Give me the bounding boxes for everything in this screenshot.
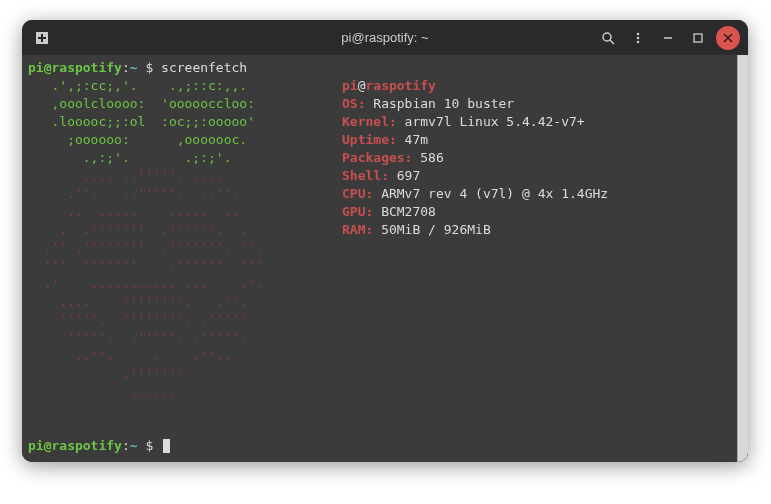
svg-point-3 xyxy=(603,33,611,41)
info-host: raspotify xyxy=(365,78,435,93)
prompt-line-2: pi@raspotify:~ $ xyxy=(28,437,170,455)
kernel-value: armv7l Linux 5.4.42-v7+ xyxy=(397,114,585,129)
terminal-area: pi@raspotify:~ $ screenfetch .',;:cc;,'.… xyxy=(22,55,748,462)
prompt-path: ~ xyxy=(130,60,138,75)
scrollbar[interactable] xyxy=(737,55,748,462)
kernel-label: Kernel: xyxy=(342,114,397,129)
ascii-art: .',;:cc;,'. .,;::c:,,. ,ooolcloooo: 'ooo… xyxy=(28,77,271,401)
shell-label: Shell: xyxy=(342,168,389,183)
ram-value: 50MiB / 926MiB xyxy=(373,222,490,237)
cursor xyxy=(163,439,170,453)
cpu-label: CPU: xyxy=(342,186,373,201)
svg-point-6 xyxy=(637,36,640,39)
svg-point-5 xyxy=(637,32,640,35)
shell-value: 697 xyxy=(389,168,420,183)
info-user: pi xyxy=(342,78,358,93)
prompt-user: pi xyxy=(28,60,44,75)
minimize-button[interactable] xyxy=(656,26,680,50)
svg-rect-9 xyxy=(694,34,702,42)
system-info: pi@raspotifyOS: Raspbian 10 busterKernel… xyxy=(342,77,608,239)
svg-rect-2 xyxy=(38,37,46,39)
terminal-content[interactable]: pi@raspotify:~ $ screenfetch .',;:cc;,'.… xyxy=(22,55,737,462)
terminal-window: pi@raspotify: ~ pi@raspotify:~ $ screenf… xyxy=(22,20,748,462)
close-button[interactable] xyxy=(716,26,740,50)
svg-point-7 xyxy=(637,40,640,43)
os-label: OS: xyxy=(342,96,365,111)
new-tab-icon[interactable] xyxy=(30,26,54,50)
packages-value: 586 xyxy=(412,150,443,165)
titlebar: pi@raspotify: ~ xyxy=(22,20,748,55)
svg-line-4 xyxy=(610,40,614,44)
maximize-button[interactable] xyxy=(686,26,710,50)
uptime-value: 47m xyxy=(397,132,428,147)
packages-label: Packages: xyxy=(342,150,412,165)
prompt-line-1: pi@raspotify:~ $ screenfetch xyxy=(28,59,247,77)
cpu-value: ARMv7 rev 4 (v7l) @ 4x 1.4GHz xyxy=(373,186,608,201)
prompt-host: raspotify xyxy=(51,60,121,75)
menu-icon[interactable] xyxy=(626,26,650,50)
os-value: Raspbian 10 buster xyxy=(365,96,514,111)
ram-label: RAM: xyxy=(342,222,373,237)
uptime-label: Uptime: xyxy=(342,132,397,147)
gpu-label: GPU: xyxy=(342,204,373,219)
search-icon[interactable] xyxy=(596,26,620,50)
command-text: screenfetch xyxy=(161,60,247,75)
gpu-value: BCM2708 xyxy=(373,204,436,219)
